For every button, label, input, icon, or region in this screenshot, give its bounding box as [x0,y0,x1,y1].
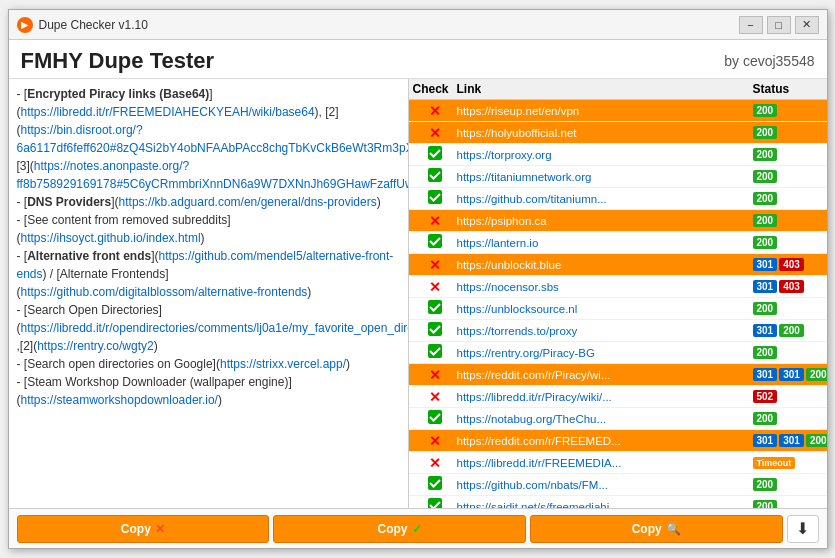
table-row: ✕https://psiphon.ca200 [409,210,827,232]
link-cell: https://titaniumnetwork.org [457,171,753,183]
status-cell: 301301200 [753,368,823,381]
table-row: https://torrends.to/proxy301200 [409,320,827,342]
table-body[interactable]: ✕https://riseup.net/en/vpn200✕https://ho… [409,100,827,508]
status-badge: 200 [753,412,778,425]
check-ok-icon [428,190,442,207]
check-x-icon: ✕ [429,279,441,295]
status-badge: 200 [753,302,778,315]
status-cell: 301301200 [753,434,823,447]
check-ok-icon [428,322,442,339]
check-x-icon: ✕ [429,213,441,229]
status-cell: 200 [753,214,823,227]
table-row: https://lantern.io200 [409,232,827,254]
link-cell: https://torproxy.org [457,149,753,161]
download-button[interactable]: ⬇ [787,515,819,543]
link-cell: https://reddit.com/r/FREEMED... [457,435,753,447]
footer: Copy ✕ Copy ✓ Copy 🔍 ⬇ [9,508,827,548]
status-badge: 301 [779,368,804,381]
check-cell [413,476,457,493]
link-cell: https://notabug.org/TheChu... [457,413,753,425]
link-cell: https://unblockit.blue [457,259,753,271]
status-cell: 200 [753,478,823,491]
link-cell: https://saidit.net/s/freemediahi... [457,501,753,509]
copy-check-icon: ✓ [412,522,422,536]
table-row: https://github.com/nbats/FM...200 [409,474,827,496]
left-panel-text: - [Encrypted Piracy links (Base64)](http… [17,85,400,409]
check-cell [413,344,457,361]
copy-search-button[interactable]: Copy 🔍 [530,515,783,543]
maximize-button[interactable]: □ [767,16,791,34]
check-ok-icon [428,410,442,427]
status-cell: 301200 [753,324,823,337]
status-badge: 403 [779,258,804,271]
status-badge: 200 [753,104,778,117]
table-row: ✕https://reddit.com/r/Piracy/wi...301301… [409,364,827,386]
app-icon-symbol: ▶ [21,20,28,30]
titlebar: ▶ Dupe Checker v1.10 − □ ✕ [9,10,827,40]
copy-x-button[interactable]: Copy ✕ [17,515,270,543]
check-ok-icon [428,168,442,185]
titlebar-title: Dupe Checker v1.10 [39,18,739,32]
download-icon: ⬇ [796,519,809,538]
status-badge: 301 [753,324,778,337]
status-badge: 502 [753,390,778,403]
status-badge: 301 [779,434,804,447]
check-cell: ✕ [413,389,457,405]
status-badge: 403 [779,280,804,293]
status-badge: 301 [753,434,778,447]
app-header: FMHY Dupe Tester by cevoj35548 [9,40,827,78]
status-badge: 200 [753,126,778,139]
col-status: Status [753,82,823,96]
check-x-icon: ✕ [429,103,441,119]
check-ok-icon [428,498,442,508]
check-cell: ✕ [413,455,457,471]
app-title: FMHY Dupe Tester [21,48,215,74]
check-cell [413,234,457,251]
check-cell [413,410,457,427]
check-cell: ✕ [413,257,457,273]
check-x-icon: ✕ [429,389,441,405]
link-cell: https://nocensor.sbs [457,281,753,293]
status-badge: 200 [753,192,778,205]
window-controls: − □ ✕ [739,16,819,34]
check-x-icon: ✕ [429,257,441,273]
check-ok-icon [428,344,442,361]
table-row: https://saidit.net/s/freemediahi...200 [409,496,827,508]
minimize-button[interactable]: − [739,16,763,34]
check-cell: ✕ [413,213,457,229]
status-cell: 200 [753,126,823,139]
check-cell [413,168,457,185]
link-cell: https://lantern.io [457,237,753,249]
status-cell: 200 [753,500,823,508]
table-row: ✕https://riseup.net/en/vpn200 [409,100,827,122]
status-cell: 200 [753,192,823,205]
status-cell: 200 [753,412,823,425]
link-cell: https://libredd.it/r/FREEMEDIA... [457,457,753,469]
status-badge: 200 [806,434,827,447]
status-cell: 200 [753,170,823,183]
copy-search-icon: 🔍 [666,522,681,536]
link-cell: https://torrends.to/proxy [457,325,753,337]
link-cell: https://psiphon.ca [457,215,753,227]
check-cell [413,300,457,317]
status-badge: 200 [753,148,778,161]
copy-check-label: Copy [378,522,408,536]
status-cell: 200 [753,236,823,249]
link-cell: https://rentry.org/Piracy-BG [457,347,753,359]
col-link: Link [457,82,753,96]
close-button[interactable]: ✕ [795,16,819,34]
table-row: ✕https://libredd.it/r/Piracy/wiki/...502 [409,386,827,408]
copy-x-icon: ✕ [155,522,165,536]
status-badge: 301 [753,368,778,381]
left-panel[interactable]: - [Encrypted Piracy links (Base64)](http… [9,79,409,508]
check-cell: ✕ [413,125,457,141]
table-row: https://rentry.org/Piracy-BG200 [409,342,827,364]
table-row: https://titaniumnetwork.org200 [409,166,827,188]
status-badge: 200 [753,214,778,227]
copy-check-button[interactable]: Copy ✓ [273,515,526,543]
link-cell: https://unblocksource.nl [457,303,753,315]
status-badge: 200 [753,346,778,359]
status-badge: 200 [753,170,778,183]
check-ok-icon [428,476,442,493]
check-cell: ✕ [413,103,457,119]
